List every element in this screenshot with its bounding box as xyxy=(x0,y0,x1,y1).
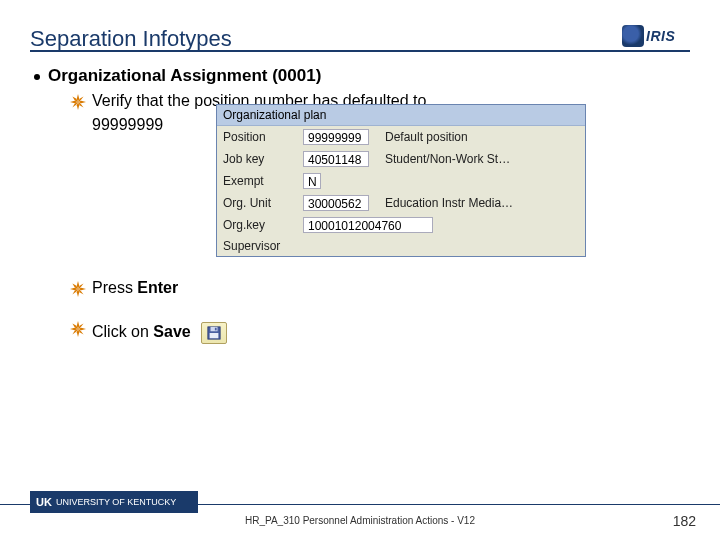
desc-position: Default position xyxy=(385,130,468,144)
iris-logo: IRIS xyxy=(622,18,690,54)
starburst-icon xyxy=(70,94,86,110)
desc-orgunit: Education Instr Media… xyxy=(385,196,513,210)
bullet-level1: Organizational Assignment (0001) xyxy=(34,66,686,86)
slide-footer: UK UNIVERSITY OF KENTUCKY HR_PA_310 Pers… xyxy=(0,504,720,526)
field-jobkey[interactable]: 40501148 xyxy=(303,151,369,167)
row-jobkey: Job key 40501148 Student/Non-Work St… xyxy=(217,148,585,170)
uk-logo-bar: UK UNIVERSITY OF KENTUCKY xyxy=(30,491,198,513)
desc-jobkey: Student/Non-Work St… xyxy=(385,152,510,166)
bullet-click-save: Click on Save xyxy=(70,319,686,341)
row-exempt: Exempt N xyxy=(217,170,585,192)
iris-logo-icon xyxy=(622,25,644,47)
bullet-verify-value: 99999999 xyxy=(92,116,163,134)
svg-rect-27 xyxy=(210,333,219,338)
bullet-press-enter: Press Enter xyxy=(70,279,686,297)
level1-text: Organizational Assignment (0001) xyxy=(48,66,321,86)
label-jobkey: Job key xyxy=(223,152,295,166)
starburst-icon xyxy=(70,321,86,337)
press-text: Press xyxy=(92,279,137,296)
org-plan-panel: Organizational plan Position 99999999 De… xyxy=(216,104,586,257)
save-button[interactable] xyxy=(201,322,227,344)
field-position[interactable]: 99999999 xyxy=(303,129,369,145)
label-orgunit: Org. Unit xyxy=(223,196,295,210)
field-orgkey[interactable]: 10001012004760 xyxy=(303,217,433,233)
uk-mark: UK xyxy=(36,496,52,508)
label-exempt: Exempt xyxy=(223,174,295,188)
title-underline xyxy=(30,50,690,52)
row-orgunit: Org. Unit 30000562 Education Instr Media… xyxy=(217,192,585,214)
page-number: 182 xyxy=(673,513,696,529)
floppy-disk-icon xyxy=(207,326,221,340)
label-supervisor: Supervisor xyxy=(223,239,295,253)
svg-rect-26 xyxy=(215,328,217,331)
panel-header: Organizational plan xyxy=(217,105,585,126)
row-supervisor: Supervisor xyxy=(217,236,585,256)
row-orgkey: Org.key 10001012004760 xyxy=(217,214,585,236)
label-position: Position xyxy=(223,130,295,144)
save-label: Save xyxy=(153,323,190,340)
starburst-icon xyxy=(70,281,86,297)
field-orgunit[interactable]: 30000562 xyxy=(303,195,369,211)
label-orgkey: Org.key xyxy=(223,218,295,232)
disc-bullet-icon xyxy=(34,74,40,80)
field-exempt[interactable]: N xyxy=(303,173,321,189)
uk-text: UNIVERSITY OF KENTUCKY xyxy=(56,497,176,507)
row-position: Position 99999999 Default position xyxy=(217,126,585,148)
iris-logo-text: IRIS xyxy=(646,28,675,44)
enter-key-label: Enter xyxy=(137,279,178,296)
click-text: Click on xyxy=(92,323,153,340)
